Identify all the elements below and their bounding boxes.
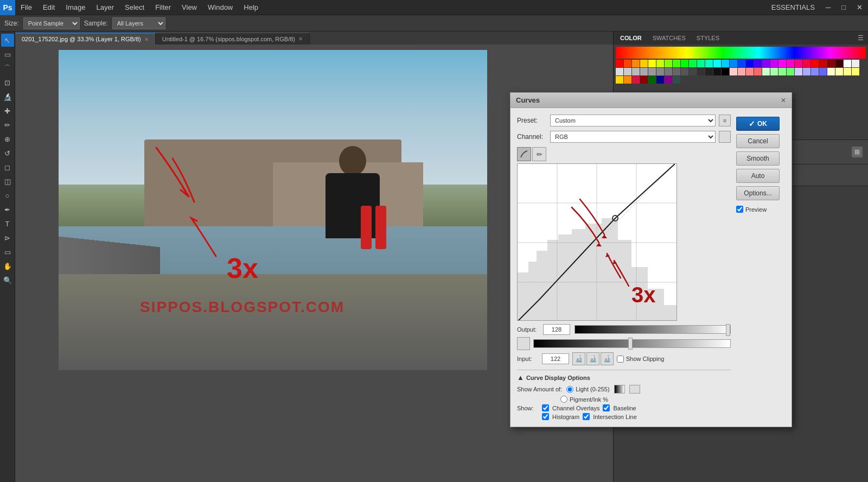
color-swatch[interactable] [632, 68, 640, 75]
selection-tool[interactable]: ▭ [1, 48, 14, 61]
adjust-icon[interactable]: ⇅ [517, 337, 530, 350]
smooth-button[interactable]: Smooth [736, 151, 780, 166]
preset-menu-icon[interactable]: ≡ [719, 115, 731, 126]
eraser-tool[interactable]: ◻ [1, 161, 14, 174]
options-button[interactable]: Options... [736, 186, 780, 200]
color-swatch[interactable] [787, 68, 794, 75]
color-swatch[interactable] [819, 68, 827, 75]
color-swatch[interactable] [722, 68, 729, 75]
curve-pencil-tool[interactable]: ✏ [532, 147, 546, 161]
color-swatch[interactable] [827, 60, 835, 67]
color-swatch[interactable] [624, 76, 631, 84]
color-swatch[interactable] [844, 60, 851, 67]
color-swatch[interactable] [624, 60, 631, 67]
color-swatch[interactable] [819, 60, 827, 67]
workspace-selector[interactable]: ESSENTIALS [766, 0, 820, 15]
color-swatch[interactable] [681, 60, 688, 67]
color-swatch[interactable] [827, 68, 835, 75]
color-swatch[interactable] [835, 60, 843, 67]
pigment-radio[interactable] [560, 396, 567, 403]
color-swatch[interactable] [852, 68, 859, 75]
preview-checkbox[interactable] [736, 206, 743, 213]
menu-help[interactable]: Help [238, 0, 264, 15]
color-swatch[interactable] [673, 68, 680, 75]
auto-button[interactable]: Auto [736, 169, 780, 183]
adjustments-expand[interactable]: ⊞ [852, 147, 863, 157]
menu-window[interactable]: Window [202, 0, 238, 15]
output-slider-thumb[interactable] [726, 324, 730, 336]
panel-menu-icon[interactable]: ☰ [858, 34, 864, 42]
color-swatch[interactable] [738, 68, 745, 75]
crop-tool[interactable]: ⊡ [1, 76, 14, 89]
color-swatch[interactable] [673, 60, 680, 67]
color-swatch[interactable] [852, 60, 859, 67]
color-swatch[interactable] [689, 68, 697, 75]
color-swatch[interactable] [746, 60, 754, 67]
color-swatch[interactable] [762, 60, 770, 67]
color-swatch[interactable] [770, 60, 778, 67]
color-swatch[interactable] [730, 60, 737, 67]
baseline-cb[interactable] [603, 404, 610, 411]
curves-close-icon[interactable]: ✕ [781, 97, 786, 104]
show-clipping-checkbox[interactable] [617, 356, 624, 363]
channel-overlays-cb[interactable] [542, 404, 549, 411]
clone-tool[interactable]: ⊕ [1, 132, 14, 145]
eyedropper-tool[interactable]: 🔬 [1, 90, 14, 103]
color-swatch[interactable] [795, 68, 802, 75]
tab-close-1[interactable]: ✕ [298, 36, 303, 42]
color-swatch[interactable] [656, 68, 664, 75]
menu-file[interactable]: File [15, 0, 37, 15]
input-gradient-bar[interactable] [533, 339, 731, 348]
tab-0[interactable]: 0201_175202.jpg @ 33.3% (Layer 1, RGB/8)… [15, 33, 156, 45]
color-swatch[interactable] [673, 76, 680, 84]
ok-button[interactable]: ✓ OK [736, 117, 780, 131]
color-tab-color[interactable]: COLOR [618, 35, 644, 41]
lasso-tool[interactable]: ⌒ [1, 62, 14, 75]
color-swatch[interactable] [835, 68, 843, 75]
dodge-tool[interactable]: ○ [1, 189, 14, 202]
color-swatch[interactable] [754, 60, 762, 67]
menu-layer[interactable]: Layer [91, 0, 120, 15]
color-swatch[interactable] [705, 68, 713, 75]
color-swatch[interactable] [640, 60, 648, 67]
tab-close-0[interactable]: ✕ [144, 36, 149, 42]
brush-tool[interactable]: ✏ [1, 118, 14, 131]
color-swatch[interactable] [697, 60, 705, 67]
color-swatch[interactable] [754, 68, 762, 75]
text-tool[interactable]: T [1, 217, 14, 230]
channel-select[interactable]: RGB Red Green Blue [550, 131, 716, 143]
histogram-cb[interactable] [542, 413, 549, 420]
color-swatch[interactable] [665, 68, 672, 75]
color-swatch[interactable] [697, 68, 705, 75]
color-swatch[interactable] [844, 68, 851, 75]
color-swatch[interactable] [762, 68, 770, 75]
curve-display-header[interactable]: ▲ Curve Display Options [517, 373, 731, 382]
tab-1[interactable]: Untitled-1 @ 16.7% (sippos.blogspot.com,… [156, 33, 310, 45]
sample-select[interactable]: All Layers Current Layer [112, 17, 165, 29]
color-swatch[interactable] [640, 68, 648, 75]
history-tool[interactable]: ↺ [1, 147, 14, 160]
preset-select[interactable]: Custom Default Strong Contrast Medium Co… [550, 115, 716, 126]
menu-image[interactable]: Image [60, 0, 91, 15]
close-button[interactable]: ✕ [851, 0, 868, 15]
color-swatch[interactable] [787, 60, 794, 67]
eyedrop-gray[interactable]: 🔬 [586, 352, 599, 365]
shape-tool[interactable]: ▭ [1, 245, 14, 258]
color-swatch[interactable] [640, 76, 648, 84]
eyedrop-black[interactable]: 🔬 [572, 352, 585, 365]
light-radio[interactable] [566, 386, 573, 393]
color-swatch[interactable] [713, 68, 721, 75]
color-swatch[interactable] [648, 76, 656, 84]
color-swatch[interactable] [730, 68, 737, 75]
color-swatch[interactable] [681, 68, 688, 75]
gradient-tool[interactable]: ◫ [1, 175, 14, 188]
color-swatch[interactable] [705, 60, 713, 67]
output-gradient-bar[interactable] [575, 325, 731, 334]
color-spectrum-bar[interactable] [616, 47, 866, 59]
maximize-button[interactable]: □ [836, 0, 851, 15]
zoom-tool[interactable]: 🔍 [1, 274, 14, 287]
color-swatch[interactable] [656, 60, 664, 67]
input-slider-thumb[interactable] [628, 338, 633, 350]
grid-icon[interactable]: ⊞ [629, 385, 640, 394]
color-swatch[interactable] [713, 60, 721, 67]
